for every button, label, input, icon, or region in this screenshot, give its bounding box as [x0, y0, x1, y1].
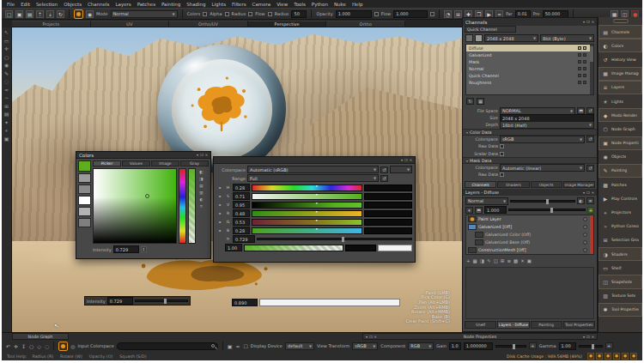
save-project-icon[interactable]: ▤: [26, 10, 33, 18]
palette-dock-item[interactable]: ▣ Node Properties: [598, 136, 642, 150]
lock-icon[interactable]: [583, 53, 586, 57]
slider-knob[interactable]: [546, 199, 549, 204]
viewport-tab[interactable]: Ortho: [326, 21, 405, 27]
list-icon[interactable]: ≡: [507, 258, 511, 263]
gain-slider[interactable]: [495, 345, 526, 348]
component-select[interactable]: RGB▼: [408, 342, 434, 350]
active-paint-tool-button[interactable]: [58, 342, 68, 351]
window-button-icon[interactable]: ▾: [197, 153, 198, 157]
palette-dock-item[interactable]: ☀ Lights: [598, 94, 642, 108]
channel-gradient-slider[interactable]: [252, 227, 362, 234]
dock-panel-tab[interactable]: Objects: [531, 181, 562, 188]
raw-data-checkbox[interactable]: [500, 144, 504, 148]
channel-list-row[interactable]: Galvanized: [466, 51, 593, 58]
bottom-dock-tab[interactable]: Shelf: [465, 321, 496, 329]
window-button-icon[interactable]: ✕: [592, 20, 594, 24]
node-properties-tab[interactable]: ▾❐✕ Node Properties ▾❐✕: [362, 333, 598, 340]
radius2-checkbox[interactable]: [268, 12, 272, 16]
layers-panel-titlebar[interactable]: Layers - Diffuse ▾❐✕: [463, 189, 597, 196]
alpha-numeric-box[interactable]: [345, 245, 376, 251]
window-button-icon[interactable]: ▾: [401, 158, 403, 162]
palette-dock-item[interactable]: ▥ Texture Sets: [598, 289, 642, 303]
window-button-icon[interactable]: ▾: [366, 335, 368, 339]
layer-visibility-icon[interactable]: [583, 240, 587, 245]
reset-button[interactable]: ↺: [586, 165, 594, 172]
gamma-input[interactable]: 1.00: [559, 342, 576, 350]
transform-tool[interactable]: ✛: [4, 45, 9, 51]
menu-item[interactable]: Channels: [88, 2, 109, 7]
lock-icon[interactable]: ⬒: [475, 207, 483, 214]
palette-dock-item[interactable]: ▶ Play Controls: [598, 191, 642, 205]
scrollbar-thumb[interactable]: [590, 46, 593, 62]
layer-visibility-icon[interactable]: [583, 217, 587, 221]
value-input[interactable]: 0.890: [232, 299, 258, 306]
intensity-input[interactable]: 0.729: [233, 235, 255, 243]
export-icon[interactable]: ⇣: [46, 10, 54, 18]
eraser-tool[interactable]: ◌: [4, 78, 9, 84]
delete-icon[interactable]: ✕: [520, 258, 525, 263]
layer-amount-input[interactable]: 1.000: [484, 206, 507, 214]
add-adjustment-button[interactable]: +: [587, 207, 594, 214]
channel-numeric-box[interactable]: [364, 202, 412, 209]
layer-list-row[interactable]: Galvanized Base (Off): [466, 239, 593, 246]
window-button-icon[interactable]: ✕: [592, 335, 594, 339]
lock-icon[interactable]: [583, 81, 586, 84]
menu-item[interactable]: Layers: [115, 2, 131, 7]
window-button-icon[interactable]: ❐: [586, 335, 590, 339]
gain-input[interactable]: 1.0: [449, 342, 461, 350]
viewport-tab[interactable]: Projects: [12, 21, 91, 27]
project-status-icon[interactable]: ●: [622, 353, 629, 360]
layer-list-row[interactable]: Galvanized Color (Off): [466, 231, 593, 239]
intensity-input[interactable]: 0.729: [107, 297, 133, 305]
window-button-icon[interactable]: ❐: [586, 191, 590, 195]
dock-options-button[interactable]: [613, 19, 629, 23]
palette-dock-item[interactable]: ⌖ Projectors: [598, 205, 642, 219]
projection-mode-icon[interactable]: ◔: [444, 10, 452, 18]
paint-status-icon[interactable]: ●: [587, 353, 594, 360]
curve-icon[interactable]: ≈: [235, 343, 240, 349]
lock-icon[interactable]: [583, 60, 586, 64]
palette-dock-item[interactable]: ✎ Painting: [598, 164, 642, 178]
menu-item[interactable]: Painting: [161, 2, 180, 7]
sliders-panel-titlebar[interactable]: ▾❐✕: [214, 157, 415, 164]
channel-gradient-slider[interactable]: [252, 193, 362, 200]
drop-paint-icon[interactable]: ↧: [21, 343, 26, 349]
rotate-icon[interactable]: ○: [29, 343, 33, 349]
paint-tool[interactable]: ✎: [4, 70, 9, 76]
palette-dock-item[interactable]: ▤ Channels: [598, 25, 642, 39]
bottom-dock-tab[interactable]: Layers - Diffuse: [497, 321, 529, 329]
slider-knob[interactable]: [550, 208, 553, 213]
channel-value-input[interactable]: 0.28: [233, 227, 250, 234]
view-transform-select[interactable]: sRGB▼: [352, 342, 378, 350]
viewport-tab[interactable]: UV: [91, 21, 170, 27]
flow-input[interactable]: 1.000: [393, 10, 428, 18]
half-circle-icon[interactable]: ◐: [577, 197, 585, 204]
color-swatch[interactable]: [78, 207, 91, 216]
select-objects-tool[interactable]: ↖: [4, 29, 9, 35]
visibility-icon[interactable]: [578, 46, 581, 50]
compare-icon[interactable]: ◨: [199, 177, 203, 181]
opacity-input[interactable]: 1.000: [336, 10, 372, 18]
dock-panel-tab[interactable]: Channels: [465, 181, 496, 188]
flow-checkbox[interactable]: [248, 12, 252, 16]
pin-tool[interactable]: ⌖: [5, 127, 8, 133]
window-button-icon[interactable]: ❐: [369, 335, 373, 339]
merge-icon[interactable]: ⊞: [501, 258, 505, 263]
visibility-icon[interactable]: [578, 53, 581, 57]
channel-value-input[interactable]: 0.48: [233, 209, 250, 217]
palette-dock-item[interactable]: ▩ Patches: [598, 178, 642, 191]
channel-list-row[interactable]: Mask: [466, 58, 593, 65]
channel-fill-swatch[interactable]: [475, 34, 483, 42]
channel-numeric-box[interactable]: [364, 185, 412, 191]
menu-item[interactable]: Patches: [137, 2, 155, 7]
white-preview-bar[interactable]: [259, 299, 400, 306]
paint-tool-button[interactable]: [74, 9, 83, 19]
input-colorspace-search[interactable]: [117, 342, 218, 350]
menu-item[interactable]: Python: [312, 2, 328, 7]
grid-icon[interactable]: ▥: [199, 191, 203, 195]
colorspace-select[interactable]: Automatic (sRGB)▼: [247, 166, 379, 173]
reset-button[interactable]: ↺: [586, 107, 594, 114]
paint-through-tool[interactable]: ✦: [4, 119, 9, 125]
menu-item[interactable]: Objects: [64, 2, 82, 7]
channels-panel-titlebar[interactable]: Channels ▾❐✕: [463, 18, 597, 26]
